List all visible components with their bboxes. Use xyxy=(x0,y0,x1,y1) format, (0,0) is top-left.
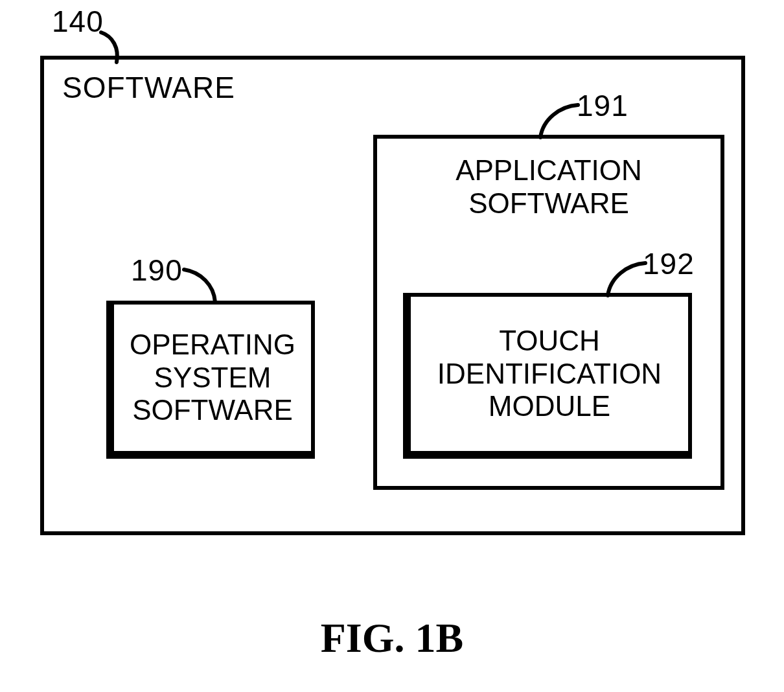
operating-system-label: OPERATINGSYSTEMSOFTWARE xyxy=(130,329,295,427)
operating-system-box: OPERATINGSYSTEMSOFTWARE xyxy=(106,301,315,459)
ref-190: 190 xyxy=(131,253,183,288)
ref-140: 140 xyxy=(52,4,104,39)
software-box-title: SOFTWARE xyxy=(62,70,235,105)
diagram-canvas: 140 SOFTWARE 191 APPLICATIONSOFTWARE 192… xyxy=(0,0,784,692)
figure-caption: FIG. 1B xyxy=(0,614,784,662)
touch-id-module-box: TOUCHIDENTIFICATIONMODULE xyxy=(403,293,692,459)
touch-id-module-label: TOUCHIDENTIFICATIONMODULE xyxy=(437,325,662,423)
application-software-title: APPLICATIONSOFTWARE xyxy=(377,154,721,220)
